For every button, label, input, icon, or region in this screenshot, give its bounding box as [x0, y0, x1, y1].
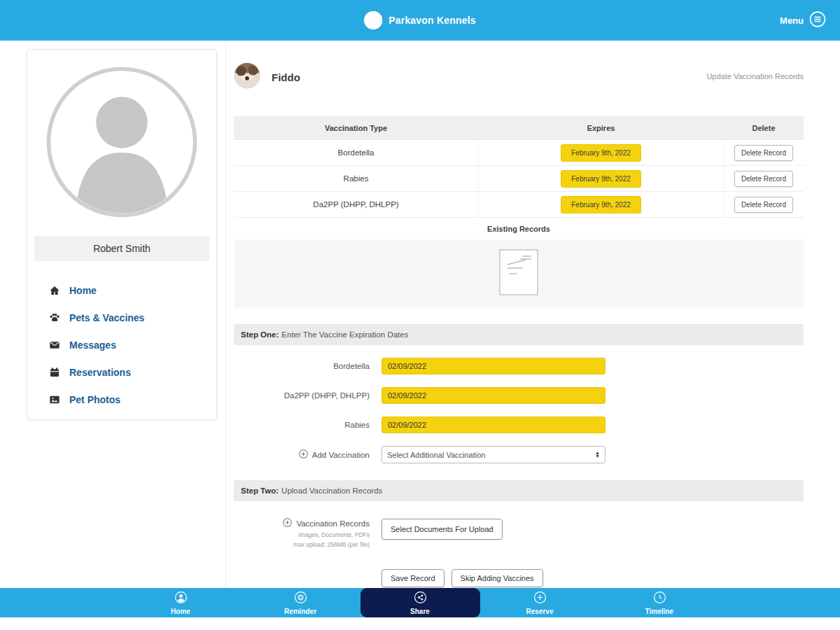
sidebar-item-label: Home	[69, 285, 97, 296]
gear-icon	[294, 591, 307, 607]
menu-button[interactable]: Menu	[780, 11, 826, 30]
form-row-da2pp: Da2PP (DHPP, DHLPP)	[234, 387, 804, 404]
menu-label: Menu	[780, 15, 804, 26]
delete-record-button[interactable]: Delete Record	[734, 197, 793, 213]
sidebar-item-label: Messages	[69, 340, 116, 351]
existing-records-heading: Existing Records	[234, 218, 804, 239]
upload-row: Vaccination Records Images, Documents, P…	[234, 518, 804, 550]
calendar-icon	[48, 367, 60, 378]
hamburger-menu-icon	[809, 11, 826, 30]
additional-vaccination-select[interactable]: Select Additional Vaccination ▲▼	[382, 446, 606, 463]
upload-hint-filetypes: Images, Documents, PDFs	[234, 531, 370, 540]
table-row: Rabies February 9th, 2022 Delete Record	[234, 166, 804, 192]
main-content: Fiddo Update Vaccination Records Vaccina…	[234, 41, 804, 587]
record-document-thumbnail[interactable]	[499, 249, 538, 298]
sidebar-item-home[interactable]: Home	[48, 276, 216, 304]
delete-record-button[interactable]: Delete Record	[734, 145, 793, 161]
bottomnav-home[interactable]: Home	[121, 588, 241, 617]
clock-icon	[653, 591, 666, 607]
sidebar-item-pet-photos[interactable]: Pet Photos	[48, 386, 216, 413]
bottomnav-label: Timeline	[645, 608, 673, 615]
account-icon	[174, 591, 188, 607]
add-circle-icon	[283, 518, 292, 528]
table-row: Bordetella February 9th, 2022 Delete Rec…	[234, 140, 804, 166]
step-one-title: Step One:	[241, 330, 279, 339]
col-header-delete: Delete	[724, 116, 804, 139]
bottomnav-label: Reminder	[284, 608, 316, 615]
save-record-button[interactable]: Save Record	[382, 569, 444, 587]
expiry-date-button[interactable]: February 9th, 2022	[561, 144, 641, 162]
col-header-vaccination-type: Vaccination Type	[234, 116, 479, 139]
sidebar-nav: Home Pets & Vaccines Messages Reservatio…	[48, 276, 216, 413]
share-icon	[414, 591, 427, 607]
update-vaccination-records-link[interactable]: Update Vaccination Records	[706, 72, 804, 80]
vaccination-table: Vaccination Type Expires Delete Bordetel…	[234, 116, 804, 218]
step-two-title: Step Two:	[241, 486, 279, 495]
sidebar-item-label: Reservations	[69, 367, 131, 378]
da2pp-date-input[interactable]	[382, 387, 606, 404]
content-divider	[225, 41, 226, 588]
col-header-expires: Expires	[479, 116, 724, 139]
envelope-icon	[48, 340, 60, 351]
expiry-date-button[interactable]: February 9th, 2022	[561, 170, 641, 188]
user-avatar	[46, 66, 197, 220]
logo-icon	[364, 11, 382, 29]
vaccination-records-label: Vaccination Records	[296, 519, 370, 528]
pet-header: Fiddo Update Vaccination Records	[234, 63, 804, 91]
form-row-bordetella: Bordetella	[234, 358, 804, 374]
step-one-subtitle: Enter The Vaccine Expiration Dates	[281, 330, 408, 339]
user-name: Robert Smith	[34, 236, 209, 261]
bottomnav-timeline[interactable]: Timeline	[600, 588, 720, 617]
sidebar-card: Robert Smith Home Pets & Vaccines Messag…	[27, 49, 217, 420]
brand: Parkavon Kennels	[364, 11, 476, 29]
table-row: Da2PP (DHPP, DHLPP) February 9th, 2022 D…	[234, 192, 804, 218]
plus-icon	[533, 591, 547, 607]
bottomnav-label: Share	[410, 608, 430, 615]
photo-icon	[48, 394, 60, 405]
page: Parkavon Kennels Menu Robe	[0, 0, 840, 630]
table-header-row: Vaccination Type Expires Delete	[234, 116, 804, 140]
bottomnav-reserve[interactable]: Reserve	[480, 588, 600, 617]
form-row-rabies: Rabies	[234, 416, 804, 433]
sidebar-item-pets-vaccines[interactable]: Pets & Vaccines	[48, 304, 216, 331]
select-value: Select Additional Vaccination	[387, 451, 485, 459]
form-row-add-vaccination: Add Vaccination Select Additional Vaccin…	[234, 446, 804, 463]
bottomnav-label: Home	[171, 608, 190, 615]
rabies-label: Rabies	[234, 421, 370, 429]
bottom-nav: Home Reminder Share Reserve Timeline	[0, 588, 840, 617]
paw-icon	[48, 312, 60, 323]
pet-avatar	[234, 62, 260, 92]
vaccine-type-cell: Rabies	[234, 166, 479, 191]
form-actions: Save Record Skip Adding Vaccines	[382, 569, 804, 587]
expiry-date-button[interactable]: February 9th, 2022	[561, 196, 641, 214]
select-documents-button[interactable]: Select Documents For Upload	[382, 519, 503, 540]
app-title: Parkavon Kennels	[388, 15, 476, 26]
bottomnav-reminder[interactable]: Reminder	[241, 588, 360, 617]
skip-adding-vaccines-button[interactable]: Skip Adding Vaccines	[451, 569, 543, 587]
sidebar-item-label: Pets & Vaccines	[69, 312, 144, 323]
add-vaccination-label: Add Vaccination	[312, 451, 370, 459]
step-one-header: Step One: Enter The Vaccine Expiration D…	[234, 324, 804, 345]
upload-hint-maxsize: max upload: 256MB (per file)	[234, 540, 370, 550]
pet-name: Fiddo	[272, 71, 300, 83]
rabies-date-input[interactable]	[382, 416, 606, 433]
existing-records-panel	[234, 239, 804, 307]
add-circle-icon	[299, 449, 308, 460]
vaccine-type-cell: Bordetella	[234, 140, 479, 165]
sidebar-item-label: Pet Photos	[69, 394, 120, 405]
select-arrows-icon: ▲▼	[595, 451, 600, 458]
home-icon	[48, 285, 60, 296]
step-two-header: Step Two: Upload Vaccination Records	[234, 480, 804, 501]
step-two-subtitle: Upload Vaccination Records	[281, 486, 382, 495]
delete-record-button[interactable]: Delete Record	[734, 171, 793, 187]
top-bar: Parkavon Kennels Menu	[0, 0, 840, 41]
da2pp-label: Da2PP (DHPP, DHLPP)	[234, 391, 370, 400]
sidebar-item-reservations[interactable]: Reservations	[48, 358, 216, 386]
bordetella-label: Bordetella	[234, 362, 370, 370]
sidebar-item-messages[interactable]: Messages	[48, 331, 216, 358]
bottomnav-label: Reserve	[526, 608, 554, 615]
vaccine-type-cell: Da2PP (DHPP, DHLPP)	[234, 192, 479, 217]
bordetella-date-input[interactable]	[382, 358, 606, 374]
bottomnav-share[interactable]: Share	[360, 588, 480, 617]
